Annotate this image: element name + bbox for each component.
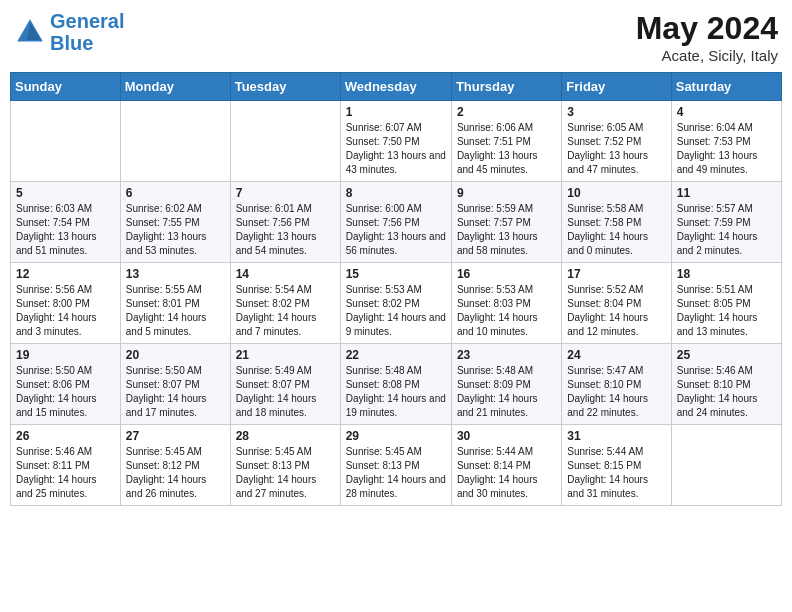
- day-number: 21: [236, 348, 335, 362]
- day-info: Sunrise: 6:06 AM Sunset: 7:51 PM Dayligh…: [457, 121, 556, 177]
- calendar-cell: 29Sunrise: 5:45 AM Sunset: 8:13 PM Dayli…: [340, 425, 451, 506]
- day-number: 31: [567, 429, 665, 443]
- calendar-cell: 26Sunrise: 5:46 AM Sunset: 8:11 PM Dayli…: [11, 425, 121, 506]
- calendar-cell: 14Sunrise: 5:54 AM Sunset: 8:02 PM Dayli…: [230, 263, 340, 344]
- calendar-table: SundayMondayTuesdayWednesdayThursdayFrid…: [10, 72, 782, 506]
- calendar-cell: 15Sunrise: 5:53 AM Sunset: 8:02 PM Dayli…: [340, 263, 451, 344]
- day-number: 6: [126, 186, 225, 200]
- calendar-cell: 16Sunrise: 5:53 AM Sunset: 8:03 PM Dayli…: [451, 263, 561, 344]
- calendar-cell: 13Sunrise: 5:55 AM Sunset: 8:01 PM Dayli…: [120, 263, 230, 344]
- day-info: Sunrise: 5:48 AM Sunset: 8:08 PM Dayligh…: [346, 364, 446, 420]
- day-number: 1: [346, 105, 446, 119]
- weekday-header-wednesday: Wednesday: [340, 73, 451, 101]
- day-info: Sunrise: 5:44 AM Sunset: 8:15 PM Dayligh…: [567, 445, 665, 501]
- day-info: Sunrise: 5:44 AM Sunset: 8:14 PM Dayligh…: [457, 445, 556, 501]
- day-number: 18: [677, 267, 776, 281]
- day-number: 27: [126, 429, 225, 443]
- logo-general: General: [50, 10, 124, 32]
- day-number: 4: [677, 105, 776, 119]
- day-number: 20: [126, 348, 225, 362]
- calendar-week-row: 26Sunrise: 5:46 AM Sunset: 8:11 PM Dayli…: [11, 425, 782, 506]
- day-info: Sunrise: 5:55 AM Sunset: 8:01 PM Dayligh…: [126, 283, 225, 339]
- title-block: May 2024 Acate, Sicily, Italy: [636, 10, 778, 64]
- calendar-cell: 28Sunrise: 5:45 AM Sunset: 8:13 PM Dayli…: [230, 425, 340, 506]
- calendar-cell: 17Sunrise: 5:52 AM Sunset: 8:04 PM Dayli…: [562, 263, 671, 344]
- calendar-week-row: 5Sunrise: 6:03 AM Sunset: 7:54 PM Daylig…: [11, 182, 782, 263]
- weekday-header-friday: Friday: [562, 73, 671, 101]
- day-info: Sunrise: 5:49 AM Sunset: 8:07 PM Dayligh…: [236, 364, 335, 420]
- calendar-cell: 24Sunrise: 5:47 AM Sunset: 8:10 PM Dayli…: [562, 344, 671, 425]
- calendar-cell: [671, 425, 781, 506]
- day-info: Sunrise: 6:07 AM Sunset: 7:50 PM Dayligh…: [346, 121, 446, 177]
- weekday-header-thursday: Thursday: [451, 73, 561, 101]
- day-info: Sunrise: 5:53 AM Sunset: 8:02 PM Dayligh…: [346, 283, 446, 339]
- calendar-cell: 21Sunrise: 5:49 AM Sunset: 8:07 PM Dayli…: [230, 344, 340, 425]
- calendar-cell: 9Sunrise: 5:59 AM Sunset: 7:57 PM Daylig…: [451, 182, 561, 263]
- calendar-cell: [230, 101, 340, 182]
- weekday-header-row: SundayMondayTuesdayWednesdayThursdayFrid…: [11, 73, 782, 101]
- day-info: Sunrise: 5:48 AM Sunset: 8:09 PM Dayligh…: [457, 364, 556, 420]
- day-number: 3: [567, 105, 665, 119]
- day-number: 16: [457, 267, 556, 281]
- calendar-cell: 23Sunrise: 5:48 AM Sunset: 8:09 PM Dayli…: [451, 344, 561, 425]
- calendar-cell: 27Sunrise: 5:45 AM Sunset: 8:12 PM Dayli…: [120, 425, 230, 506]
- calendar-cell: 18Sunrise: 5:51 AM Sunset: 8:05 PM Dayli…: [671, 263, 781, 344]
- calendar-cell: [11, 101, 121, 182]
- day-info: Sunrise: 5:45 AM Sunset: 8:12 PM Dayligh…: [126, 445, 225, 501]
- day-number: 23: [457, 348, 556, 362]
- calendar-cell: 25Sunrise: 5:46 AM Sunset: 8:10 PM Dayli…: [671, 344, 781, 425]
- day-info: Sunrise: 6:01 AM Sunset: 7:56 PM Dayligh…: [236, 202, 335, 258]
- day-info: Sunrise: 5:45 AM Sunset: 8:13 PM Dayligh…: [346, 445, 446, 501]
- day-info: Sunrise: 5:47 AM Sunset: 8:10 PM Dayligh…: [567, 364, 665, 420]
- day-number: 11: [677, 186, 776, 200]
- calendar-week-row: 12Sunrise: 5:56 AM Sunset: 8:00 PM Dayli…: [11, 263, 782, 344]
- day-number: 22: [346, 348, 446, 362]
- calendar-cell: 7Sunrise: 6:01 AM Sunset: 7:56 PM Daylig…: [230, 182, 340, 263]
- calendar-cell: 2Sunrise: 6:06 AM Sunset: 7:51 PM Daylig…: [451, 101, 561, 182]
- day-info: Sunrise: 5:56 AM Sunset: 8:00 PM Dayligh…: [16, 283, 115, 339]
- day-number: 8: [346, 186, 446, 200]
- weekday-header-sunday: Sunday: [11, 73, 121, 101]
- day-number: 28: [236, 429, 335, 443]
- day-info: Sunrise: 5:50 AM Sunset: 8:07 PM Dayligh…: [126, 364, 225, 420]
- day-info: Sunrise: 5:50 AM Sunset: 8:06 PM Dayligh…: [16, 364, 115, 420]
- calendar-cell: 8Sunrise: 6:00 AM Sunset: 7:56 PM Daylig…: [340, 182, 451, 263]
- day-info: Sunrise: 6:04 AM Sunset: 7:53 PM Dayligh…: [677, 121, 776, 177]
- calendar-cell: 20Sunrise: 5:50 AM Sunset: 8:07 PM Dayli…: [120, 344, 230, 425]
- day-number: 25: [677, 348, 776, 362]
- calendar-cell: 10Sunrise: 5:58 AM Sunset: 7:58 PM Dayli…: [562, 182, 671, 263]
- calendar-week-row: 19Sunrise: 5:50 AM Sunset: 8:06 PM Dayli…: [11, 344, 782, 425]
- day-number: 7: [236, 186, 335, 200]
- day-number: 12: [16, 267, 115, 281]
- logo: General Blue: [14, 10, 124, 54]
- day-info: Sunrise: 6:03 AM Sunset: 7:54 PM Dayligh…: [16, 202, 115, 258]
- location-text: Acate, Sicily, Italy: [636, 47, 778, 64]
- calendar-cell: 31Sunrise: 5:44 AM Sunset: 8:15 PM Dayli…: [562, 425, 671, 506]
- day-info: Sunrise: 5:52 AM Sunset: 8:04 PM Dayligh…: [567, 283, 665, 339]
- day-info: Sunrise: 5:54 AM Sunset: 8:02 PM Dayligh…: [236, 283, 335, 339]
- day-number: 2: [457, 105, 556, 119]
- calendar-cell: 19Sunrise: 5:50 AM Sunset: 8:06 PM Dayli…: [11, 344, 121, 425]
- day-number: 5: [16, 186, 115, 200]
- day-info: Sunrise: 5:58 AM Sunset: 7:58 PM Dayligh…: [567, 202, 665, 258]
- logo-icon: [14, 16, 46, 48]
- day-number: 30: [457, 429, 556, 443]
- calendar-cell: [120, 101, 230, 182]
- calendar-week-row: 1Sunrise: 6:07 AM Sunset: 7:50 PM Daylig…: [11, 101, 782, 182]
- day-number: 26: [16, 429, 115, 443]
- weekday-header-saturday: Saturday: [671, 73, 781, 101]
- day-number: 24: [567, 348, 665, 362]
- day-number: 17: [567, 267, 665, 281]
- day-number: 15: [346, 267, 446, 281]
- day-info: Sunrise: 6:02 AM Sunset: 7:55 PM Dayligh…: [126, 202, 225, 258]
- day-number: 10: [567, 186, 665, 200]
- weekday-header-monday: Monday: [120, 73, 230, 101]
- day-info: Sunrise: 6:00 AM Sunset: 7:56 PM Dayligh…: [346, 202, 446, 258]
- logo-blue: Blue: [50, 32, 93, 54]
- calendar-cell: 30Sunrise: 5:44 AM Sunset: 8:14 PM Dayli…: [451, 425, 561, 506]
- day-info: Sunrise: 5:51 AM Sunset: 8:05 PM Dayligh…: [677, 283, 776, 339]
- day-info: Sunrise: 5:57 AM Sunset: 7:59 PM Dayligh…: [677, 202, 776, 258]
- day-info: Sunrise: 5:46 AM Sunset: 8:10 PM Dayligh…: [677, 364, 776, 420]
- calendar-cell: 11Sunrise: 5:57 AM Sunset: 7:59 PM Dayli…: [671, 182, 781, 263]
- calendar-cell: 3Sunrise: 6:05 AM Sunset: 7:52 PM Daylig…: [562, 101, 671, 182]
